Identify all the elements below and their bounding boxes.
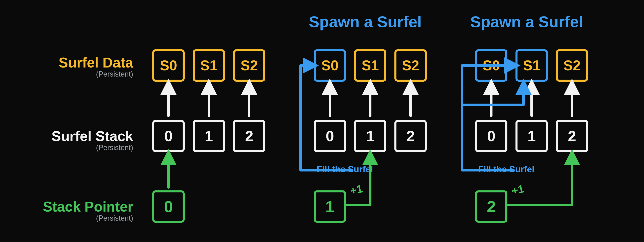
surfel-stack-label: Surfel Stack xyxy=(52,128,133,144)
surfel-data-cell-text: S2 xyxy=(402,58,419,73)
surfel-stack-cell-text: 1 xyxy=(204,128,213,144)
surfel-stack-cell-text: 1 xyxy=(528,128,536,144)
fill-label: Fill the Surfel xyxy=(317,164,373,174)
plus-one-label: +1 xyxy=(510,183,525,197)
surfel-data-label: Surfel Data xyxy=(58,55,133,70)
diagram-root: Surfel Data (Persistent) Surfel Stack (P… xyxy=(0,0,644,242)
surfel-data-persistent: (Persistent) xyxy=(96,70,133,78)
surfel-stack-cell-text: 2 xyxy=(406,128,414,144)
frame-1: Spawn a SurfelS0S1S20121+1Fill the Surfe… xyxy=(300,13,426,222)
plus-one-label: +1 xyxy=(349,183,364,197)
frame-0: S0S1S20120 xyxy=(153,50,264,222)
surfel-data-cell-text: S2 xyxy=(563,58,581,73)
stack-pointer-label: Stack Pointer xyxy=(43,199,133,215)
surfel-stack-cell-text: 0 xyxy=(326,128,334,144)
surfel-data-cell-text: S0 xyxy=(321,58,338,73)
surfel-data-cell-text: S1 xyxy=(523,58,540,73)
surfel-stack-cell-text: 1 xyxy=(366,128,374,144)
fill-label: Fill the Surfel xyxy=(478,164,534,174)
surfel-data-cell-text: S1 xyxy=(200,58,218,73)
surfel-stack-persistent: (Persistent) xyxy=(96,143,133,152)
row-labels: Surfel Data (Persistent) Surfel Stack (P… xyxy=(43,55,133,222)
surfel-data-cell-text: S0 xyxy=(160,58,177,73)
surfel-stack-cell-text: 2 xyxy=(568,128,576,144)
frame-2: Spawn a SurfelS0S1S20122+1Fill the Surfe… xyxy=(462,13,587,222)
spawn-title: Spawn a Surfel xyxy=(470,13,583,31)
surfel-data-cell-text: S1 xyxy=(362,58,379,73)
stack-pointer-value: 2 xyxy=(487,198,496,216)
surfel-stack-cell-text: 2 xyxy=(245,128,253,144)
stack-pointer-value: 0 xyxy=(164,198,173,216)
surfel-stack-cell-text: 0 xyxy=(164,128,172,144)
stack-pointer-value: 1 xyxy=(326,198,334,216)
spawn-title: Spawn a Surfel xyxy=(309,13,422,31)
surfel-stack-cell-text: 0 xyxy=(487,128,495,144)
surfel-data-cell-text: S2 xyxy=(240,58,258,73)
stack-pointer-persistent: (Persistent) xyxy=(96,214,133,222)
